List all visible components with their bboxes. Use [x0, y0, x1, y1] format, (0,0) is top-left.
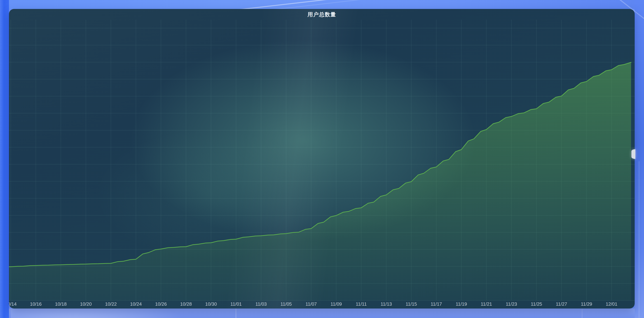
x-axis-tick-label: 10/18 [55, 301, 66, 307]
x-axis: 10/1410/1610/1810/2010/2210/2410/2610/28… [9, 301, 618, 307]
wallpaper-left-band [0, 0, 9, 318]
wallpaper-top-band [9, 0, 635, 9]
x-axis-tick-label: 12/01 [606, 301, 617, 307]
x-axis-tick-label: 11/29 [581, 301, 592, 307]
x-axis-tick-label: 10/16 [30, 301, 42, 307]
x-axis-tick-label: 10/20 [80, 301, 92, 307]
x-axis-tick-label: 10/24 [130, 301, 142, 307]
x-axis-tick-label: 11/15 [406, 301, 417, 307]
x-axis-tick-label: 10/28 [180, 301, 192, 307]
users-total-area-chart[interactable]: 10/1410/1610/1810/2010/2210/2410/2610/28… [9, 9, 635, 309]
x-axis-tick-label: 11/13 [380, 301, 392, 307]
users-total-chart-card: 用户总数量 10/1410/1610/1810/2010/2210/2410/2… [9, 9, 635, 309]
x-axis-tick-label: 11/25 [531, 301, 542, 307]
x-axis-tick-label: 11/07 [306, 301, 317, 307]
x-axis-tick-label: 11/11 [356, 301, 366, 307]
x-axis-tick-label: 10/30 [205, 301, 217, 307]
x-axis-tick-label: 11/21 [481, 301, 492, 307]
x-axis-tick-label: 11/05 [280, 301, 292, 307]
x-axis-tick-label: 11/27 [556, 301, 567, 307]
x-axis-tick-label: 11/17 [431, 301, 442, 307]
x-axis-tick-label: 10/14 [9, 301, 17, 307]
wallpaper-right-band [635, 0, 644, 318]
x-axis-tick-label: 11/03 [255, 301, 267, 307]
x-axis-tick-label: 10/26 [155, 301, 167, 307]
x-axis-tick-label: 11/23 [506, 301, 517, 307]
x-axis-tick-label: 11/19 [456, 301, 467, 307]
chart-title: 用户总数量 [9, 11, 635, 18]
x-axis-tick-label: 11/01 [230, 301, 242, 307]
x-axis-tick-label: 10/22 [105, 301, 117, 307]
wallpaper-vertical-line [582, 309, 582, 318]
drawer-handle[interactable] [632, 149, 636, 159]
wallpaper-vertical-line [236, 309, 236, 318]
wallpaper-vertical-line [639, 161, 639, 318]
x-axis-tick-label: 11/09 [330, 301, 342, 307]
